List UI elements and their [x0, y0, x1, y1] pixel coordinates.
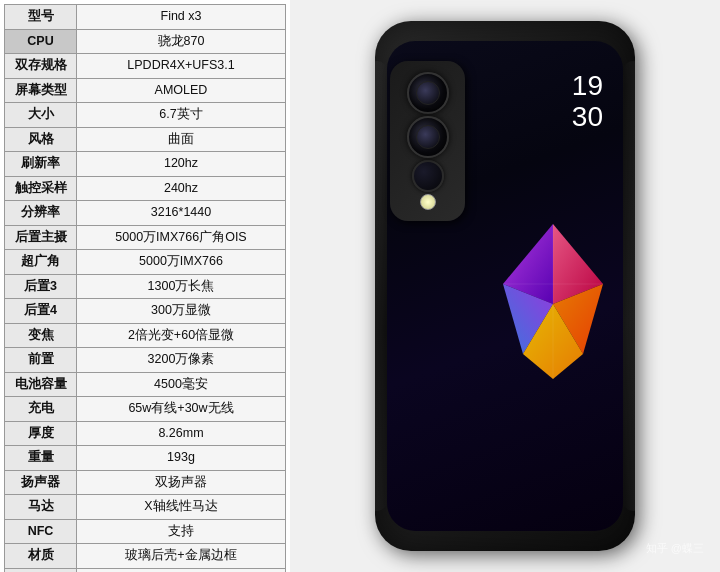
spec-label: 马达 — [5, 495, 77, 520]
camera-lens-3 — [412, 160, 444, 192]
spec-value: 3200万像素 — [77, 348, 286, 373]
spec-value: 曲面 — [77, 127, 286, 152]
watermark: 知乎 @蝶三 — [646, 541, 704, 556]
table-row: CPU骁龙870 — [5, 29, 286, 54]
table-row: 重量193g — [5, 446, 286, 471]
table-row: 充电65w有线+30w无线 — [5, 397, 286, 422]
spec-label: 型号 — [5, 5, 77, 30]
spec-label: 后置主摄 — [5, 225, 77, 250]
camera-flash — [420, 194, 436, 210]
camera-module — [390, 61, 465, 221]
spec-value: 1300万长焦 — [77, 274, 286, 299]
spec-value: 6.7英寸 — [77, 103, 286, 128]
spec-value: IP68 — [77, 568, 286, 572]
spec-value: 双扬声器 — [77, 470, 286, 495]
spec-label: 扬声器 — [5, 470, 77, 495]
table-row: 电池容量4500毫安 — [5, 372, 286, 397]
table-row: 风格曲面 — [5, 127, 286, 152]
spec-label: 前置 — [5, 348, 77, 373]
spec-label: NFC — [5, 519, 77, 544]
spec-value: 4500毫安 — [77, 372, 286, 397]
phone-wrapper: 19 30 — [335, 6, 675, 566]
spec-label: 触控采样 — [5, 176, 77, 201]
spec-value: 3216*1440 — [77, 201, 286, 226]
camera-lens-2 — [407, 116, 449, 158]
spec-value: 65w有线+30w无线 — [77, 397, 286, 422]
table-row: 前置3200万像素 — [5, 348, 286, 373]
spec-value: 8.26mm — [77, 421, 286, 446]
spec-value: Find x3 — [77, 5, 286, 30]
spec-value: 5000万IMX766 — [77, 250, 286, 275]
spec-label: 后置3 — [5, 274, 77, 299]
spec-label: 刷新率 — [5, 152, 77, 177]
spec-value: 120hz — [77, 152, 286, 177]
table-row: 防水IP68 — [5, 568, 286, 572]
spec-label: 分辨率 — [5, 201, 77, 226]
screen-time-minute: 30 — [572, 102, 603, 133]
spec-label: 后置4 — [5, 299, 77, 324]
table-row: 刷新率120hz — [5, 152, 286, 177]
table-row: 超广角5000万IMX766 — [5, 250, 286, 275]
spec-label: 厚度 — [5, 421, 77, 446]
spec-value: 300万显微 — [77, 299, 286, 324]
table-row: 变焦2倍光变+60倍显微 — [5, 323, 286, 348]
spec-value: 支持 — [77, 519, 286, 544]
table-row: 型号Find x3 — [5, 5, 286, 30]
spec-label: 变焦 — [5, 323, 77, 348]
table-row: 后置主摄5000万IMX766广角OIS — [5, 225, 286, 250]
screen-time: 19 30 — [572, 71, 603, 133]
spec-value: 193g — [77, 446, 286, 471]
table-row: 后置31300万长焦 — [5, 274, 286, 299]
table-row: 扬声器双扬声器 — [5, 470, 286, 495]
spec-value: AMOLED — [77, 78, 286, 103]
table-row: 后置4300万显微 — [5, 299, 286, 324]
spec-label: 防水 — [5, 568, 77, 572]
table-row: 分辨率3216*1440 — [5, 201, 286, 226]
spec-label: 大小 — [5, 103, 77, 128]
specs-table-container: 型号Find x3CPU骁龙870双存规格LPDDR4X+UFS3.1屏幕类型A… — [0, 0, 290, 572]
spec-value: 2倍光变+60倍显微 — [77, 323, 286, 348]
table-row: 触控采样240hz — [5, 176, 286, 201]
spec-value: X轴线性马达 — [77, 495, 286, 520]
table-row: 马达X轴线性马达 — [5, 495, 286, 520]
spec-label: 电池容量 — [5, 372, 77, 397]
spec-value: LPDDR4X+UFS3.1 — [77, 54, 286, 79]
camera-lens-1 — [407, 72, 449, 114]
table-row: 屏幕类型AMOLED — [5, 78, 286, 103]
screen-graphic — [473, 214, 623, 394]
table-row: 厚度8.26mm — [5, 421, 286, 446]
spec-value: 玻璃后壳+金属边框 — [77, 544, 286, 569]
table-row: NFC支持 — [5, 519, 286, 544]
table-row: 材质玻璃后壳+金属边框 — [5, 544, 286, 569]
specs-table: 型号Find x3CPU骁龙870双存规格LPDDR4X+UFS3.1屏幕类型A… — [4, 4, 286, 572]
spec-value: 240hz — [77, 176, 286, 201]
table-row: 双存规格LPDDR4X+UFS3.1 — [5, 54, 286, 79]
spec-label: 超广角 — [5, 250, 77, 275]
spec-label: 材质 — [5, 544, 77, 569]
spec-label: 屏幕类型 — [5, 78, 77, 103]
spec-value: 骁龙870 — [77, 29, 286, 54]
spec-label: 充电 — [5, 397, 77, 422]
table-row: 大小6.7英寸 — [5, 103, 286, 128]
spec-label: CPU — [5, 29, 77, 54]
phone-image-container: 19 30 — [290, 0, 720, 572]
screen-time-hour: 19 — [572, 71, 603, 102]
spec-label: 双存规格 — [5, 54, 77, 79]
phone-body: 19 30 — [375, 21, 635, 551]
spec-value: 5000万IMX766广角OIS — [77, 225, 286, 250]
spec-label: 重量 — [5, 446, 77, 471]
spec-label: 风格 — [5, 127, 77, 152]
